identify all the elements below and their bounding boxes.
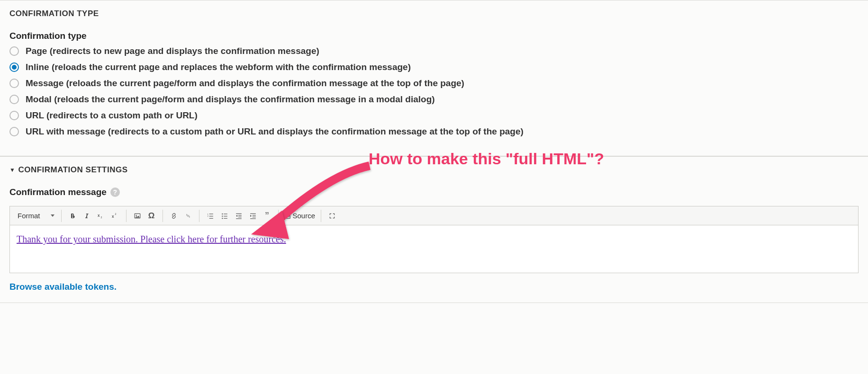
radio-input[interactable] [9,79,19,88]
radio-label: URL (redirects to a custom path or URL) [26,110,198,121]
radio-option-inline[interactable]: Inline (reloads the current page and rep… [9,62,859,72]
radio-option-modal[interactable]: Modal (reloads the current page/form and… [9,94,859,105]
unordered-list-button[interactable] [217,209,232,223]
radio-option-url-with-message[interactable]: URL with message (redirects to a custom … [9,126,859,137]
svg-rect-16 [224,216,227,216]
maximize-button[interactable] [325,209,339,223]
confirmation-type-legend: CONFIRMATION TYPE [9,9,859,18]
editor-toolbar: Format x2 x2 [10,206,858,225]
special-char-button[interactable]: Ω [145,209,159,223]
svg-rect-22 [250,213,256,214]
link-button[interactable] [167,209,181,223]
help-icon[interactable]: ? [110,187,120,197]
toolbar-separator [278,210,279,222]
radio-option-url[interactable]: URL (redirects to a custom path or URL) [9,110,859,121]
radio-option-message[interactable]: Message (reloads the current page/form a… [9,78,859,89]
svg-rect-18 [236,213,242,214]
editor-body[interactable]: Thank you for your submission. Please cl… [10,225,858,273]
radio-input[interactable] [9,95,19,104]
svg-rect-10 [209,216,213,216]
svg-rect-23 [252,215,255,215]
svg-text:x: x [112,214,114,218]
italic-button[interactable] [80,209,94,223]
toolbar-separator [321,210,321,222]
annotation-text: How to make this "full HTML"? [369,150,604,168]
radio-label: Message (reloads the current page/form a… [26,78,464,89]
confirmation-type-radios: Page (redirects to new page and displays… [9,46,859,137]
outdent-button[interactable] [232,209,246,223]
radio-input[interactable] [9,62,19,72]
svg-text:2: 2 [207,215,208,217]
chevron-down-icon [51,214,54,217]
svg-rect-17 [224,218,227,218]
svg-point-6 [136,214,136,215]
confirmation-message-label: Confirmation message ? [9,187,859,197]
confirmation-type-fieldset: CONFIRMATION TYPE Confirmation type Page… [0,0,868,156]
toolbar-separator [199,210,199,222]
svg-text:2: 2 [100,216,102,219]
radio-label: URL with message (redirects to a custom … [26,126,524,137]
source-button-label: Source [293,212,316,220]
svg-text:2: 2 [115,213,116,215]
toolbar-separator [126,210,127,222]
svg-rect-24 [252,216,255,217]
blockquote-button[interactable]: ” [260,209,274,223]
image-button[interactable] [130,209,145,223]
ordered-list-button[interactable]: 12 [203,209,217,223]
radio-label: Modal (reloads the current page/form and… [26,94,435,105]
svg-point-14 [222,218,223,219]
source-button[interactable]: Source [282,209,317,223]
unlink-button[interactable] [181,209,195,223]
svg-rect-19 [238,215,241,215]
section-divider [0,303,868,303]
radio-option-page[interactable]: Page (redirects to new page and displays… [9,46,859,56]
svg-rect-9 [209,214,213,214]
browse-tokens-link[interactable]: Browse available tokens. [9,282,117,292]
svg-rect-25 [250,218,256,219]
confirmation-settings-fieldset: CONFIRMATION SETTINGS Confirmation messa… [0,156,868,295]
svg-point-12 [222,213,223,214]
confirmation-message-label-text: Confirmation message [9,187,107,197]
radio-label: Inline (reloads the current page and rep… [26,62,411,72]
radio-input[interactable] [9,111,19,120]
wysiwyg-editor: Format x2 x2 [9,206,859,273]
bold-button[interactable] [65,209,80,223]
svg-rect-21 [236,218,242,219]
editor-content-link[interactable]: Thank you for your submission. Please cl… [17,234,286,244]
toolbar-separator [163,210,163,222]
radio-label: Page (redirects to new page and displays… [26,46,319,56]
toolbar-separator [61,210,62,222]
indent-button[interactable] [246,209,260,223]
radio-input[interactable] [9,127,19,136]
svg-rect-11 [209,218,213,218]
radio-input[interactable] [9,46,19,56]
svg-text:x: x [98,214,100,218]
format-dropdown-label: Format [18,212,40,220]
subscript-button[interactable]: x2 [94,209,108,223]
format-dropdown[interactable]: Format [11,209,59,223]
svg-rect-15 [224,214,227,214]
confirmation-type-label: Confirmation type [9,31,859,41]
superscript-button[interactable]: x2 [108,209,122,223]
svg-point-13 [222,215,223,216]
svg-rect-20 [238,216,241,217]
